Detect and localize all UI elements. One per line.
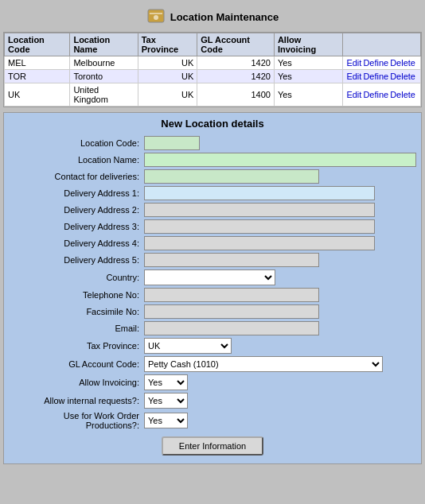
location-name-label: Location Name:	[9, 155, 144, 165]
cell-0: TOR	[5, 70, 70, 83]
section-title: New Location details	[9, 118, 416, 130]
facsimile-input[interactable]	[144, 304, 319, 319]
enter-information-button[interactable]: Enter Information	[162, 436, 263, 456]
cell-1: United Kingdom	[70, 83, 138, 107]
del-addr1-row: Delivery Address 1:	[9, 186, 416, 200]
tax-province-row: Tax Province: UK AU CA US	[9, 338, 416, 354]
svg-point-2	[154, 15, 158, 20]
allow-invoicing-row: Allow Invoicing: Yes No	[9, 374, 416, 390]
cell-0: MEL	[5, 56, 70, 70]
del-addr4-label: Delivery Address 4:	[9, 238, 144, 248]
telephone-row: Telephone No:	[9, 288, 416, 302]
delete-link[interactable]: Delete	[390, 72, 415, 81]
country-select[interactable]: Australia Canada United Kingdom United S…	[144, 269, 275, 285]
table-header-row: Location Code Location Name Tax Province…	[5, 33, 421, 56]
cell-2: UK	[138, 70, 197, 83]
country-row: Country: Australia Canada United Kingdom…	[9, 269, 416, 285]
email-row: Email:	[9, 321, 416, 335]
work-order-label: Use for Work Order Productions?:	[9, 411, 144, 430]
del-addr2-row: Delivery Address 2:	[9, 203, 416, 217]
table-row: UKUnited KingdomUK1400YesEditDefineDelet…	[5, 83, 421, 107]
location-name-input[interactable]	[144, 153, 416, 167]
facsimile-row: Facsimile No:	[9, 304, 416, 319]
allow-internal-row: Allow internal requests?: Yes No	[9, 393, 416, 409]
del-addr3-row: Delivery Address 3:	[9, 219, 416, 234]
location-code-input[interactable]	[144, 136, 200, 150]
cell-1: Toronto	[70, 70, 138, 83]
location-name-row: Location Name:	[9, 153, 416, 167]
locations-table-area: Location Code Location Name Tax Province…	[3, 32, 422, 107]
edit-link[interactable]: Edit	[346, 90, 361, 99]
cell-2: UK	[138, 83, 197, 107]
cell-0: UK	[5, 83, 70, 107]
delivery-address-1-input[interactable]	[144, 186, 375, 200]
tax-province-label: Tax Province:	[9, 341, 144, 351]
edit-link[interactable]: Edit	[346, 58, 361, 68]
work-order-row: Use for Work Order Productions?: Yes No	[9, 411, 416, 430]
del-addr4-row: Delivery Address 4:	[9, 236, 416, 250]
define-link[interactable]: Define	[363, 90, 388, 99]
allow-internal-select[interactable]: Yes No	[144, 393, 188, 409]
del-addr1-label: Delivery Address 1:	[9, 188, 144, 198]
col-location-code: Location Code	[5, 33, 70, 56]
title-icon	[146, 6, 166, 27]
delivery-address-5-input[interactable]	[144, 253, 319, 267]
del-addr5-row: Delivery Address 5:	[9, 253, 416, 267]
delivery-address-2-input[interactable]	[144, 203, 375, 217]
col-gl-account: GL Account Code	[197, 33, 275, 56]
window-title: Location Maintenance	[170, 11, 279, 23]
facsimile-label: Facsimile No:	[9, 307, 144, 316]
col-tax-province: Tax Province	[138, 33, 197, 56]
col-location-name: Location Name	[70, 33, 138, 56]
cell-1: Melbourne	[70, 56, 138, 70]
gl-account-label: GL Account Code:	[9, 359, 144, 369]
cell-3: 1400	[197, 83, 275, 107]
telephone-label: Telephone No:	[9, 290, 144, 300]
table-row: TORTorontoUK1420YesEditDefineDelete	[5, 70, 421, 83]
actions-cell: EditDefineDelete	[343, 83, 421, 107]
title-bar: Location Maintenance	[3, 3, 422, 32]
delete-link[interactable]: Delete	[390, 90, 415, 99]
locations-table: Location Code Location Name Tax Province…	[4, 33, 421, 107]
delivery-address-3-input[interactable]	[144, 219, 375, 234]
gl-account-row: GL Account Code: Petty Cash (1010) Accou…	[9, 356, 416, 372]
allow-internal-label: Allow internal requests?:	[9, 396, 144, 405]
location-code-row: Location Code:	[9, 136, 416, 150]
define-link[interactable]: Define	[363, 58, 388, 68]
tax-province-select[interactable]: UK AU CA US	[144, 338, 232, 354]
col-actions	[343, 33, 421, 56]
allow-invoicing-select[interactable]: Yes No	[144, 374, 188, 390]
telephone-input[interactable]	[144, 288, 319, 302]
cell-3: 1420	[197, 56, 275, 70]
email-input[interactable]	[144, 321, 319, 335]
del-addr5-label: Delivery Address 5:	[9, 255, 144, 265]
cell-2: UK	[138, 56, 197, 70]
allow-invoicing-label: Allow Invoicing:	[9, 378, 144, 387]
delivery-address-4-input[interactable]	[144, 236, 375, 250]
del-addr2-label: Delivery Address 2:	[9, 205, 144, 215]
svg-rect-1	[150, 13, 162, 14]
actions-cell: EditDefineDelete	[343, 70, 421, 83]
cell-3: 1420	[197, 70, 275, 83]
cell-4: Yes	[274, 56, 343, 70]
col-allow-invoicing: Allow Invoicing	[274, 33, 343, 56]
location-code-label: Location Code:	[9, 138, 144, 148]
cell-4: Yes	[274, 83, 343, 107]
edit-link[interactable]: Edit	[346, 72, 361, 81]
contact-row: Contact for deliveries:	[9, 169, 416, 184]
table-row: MELMelbourneUK1420YesEditDefineDelete	[5, 56, 421, 70]
work-order-select[interactable]: Yes No	[144, 413, 188, 428]
delete-link[interactable]: Delete	[390, 58, 415, 68]
email-label: Email:	[9, 324, 144, 333]
contact-input[interactable]	[144, 169, 319, 184]
country-label: Country:	[9, 273, 144, 282]
define-link[interactable]: Define	[363, 72, 388, 81]
cell-4: Yes	[274, 70, 343, 83]
actions-cell: EditDefineDelete	[343, 56, 421, 70]
new-location-section: New Location details Location Code: Loca…	[3, 112, 422, 464]
del-addr3-label: Delivery Address 3:	[9, 222, 144, 231]
contact-label: Contact for deliveries:	[9, 172, 144, 181]
main-window: Location Maintenance Location Code Locat…	[0, 0, 425, 467]
gl-account-select[interactable]: Petty Cash (1010) Account 1420 Account 1…	[144, 356, 383, 372]
